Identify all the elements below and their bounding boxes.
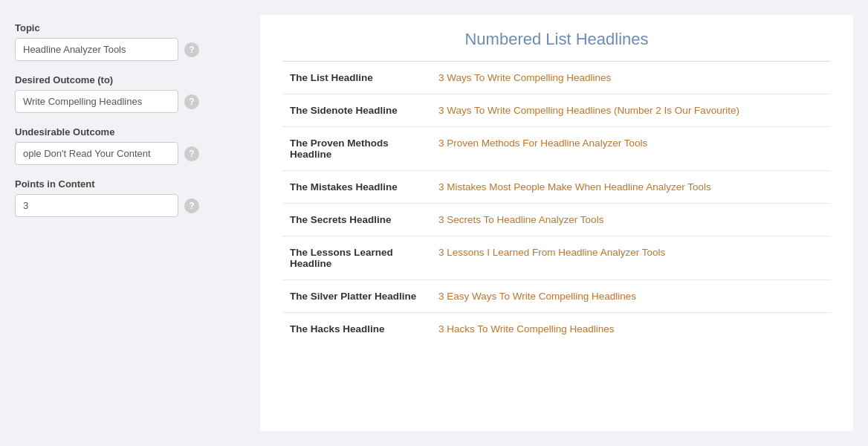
headline-type-cell: The Proven Methods Headline	[282, 127, 431, 171]
headline-value-cell[interactable]: 3 Easy Ways To Write Compelling Headline…	[431, 280, 831, 313]
undesirable-outcome-field-group: Undesirable Outcome ?	[15, 126, 238, 165]
table-row: The Lessons Learned Headline3 Lessons I …	[282, 236, 831, 280]
headline-type-cell: The Sidenote Headline	[282, 94, 431, 127]
table-row: The Secrets Headline3 Secrets To Headlin…	[282, 204, 831, 236]
desired-outcome-input[interactable]	[15, 90, 178, 113]
topic-label: Topic	[15, 22, 238, 33]
headline-value-cell[interactable]: 3 Proven Methods For Headline Analyzer T…	[431, 127, 831, 171]
headline-type-cell: The List Headline	[282, 62, 431, 94]
table-row: The Hacks Headline3 Hacks To Write Compe…	[282, 313, 831, 346]
undesirable-outcome-help-icon[interactable]: ?	[184, 146, 199, 161]
desired-outcome-help-icon[interactable]: ?	[184, 94, 199, 109]
points-label: Points in Content	[15, 178, 238, 190]
undesirable-outcome-input[interactable]	[15, 142, 178, 165]
page-title: Numbered List Headlines	[282, 30, 831, 49]
topic-field-group: Topic ?	[15, 22, 238, 61]
desired-outcome-label: Desired Outcome (to)	[15, 74, 238, 85]
headline-type-cell: The Mistakes Headline	[282, 171, 431, 204]
headline-value-cell[interactable]: 3 Ways To Write Compelling Headlines (Nu…	[431, 94, 831, 127]
headline-value-cell[interactable]: 3 Hacks To Write Compelling Headlines	[431, 313, 831, 346]
headlines-table: The List Headline3 Ways To Write Compell…	[282, 62, 831, 345]
headline-value-cell[interactable]: 3 Ways To Write Compelling Headlines	[431, 62, 831, 94]
headline-value-cell[interactable]: 3 Secrets To Headline Analyzer Tools	[431, 204, 831, 236]
table-row: The List Headline3 Ways To Write Compell…	[282, 62, 831, 94]
topic-help-icon[interactable]: ?	[184, 42, 199, 57]
headline-type-cell: The Lessons Learned Headline	[282, 236, 431, 280]
undesirable-outcome-field-row: ?	[15, 142, 238, 165]
desired-outcome-field-group: Desired Outcome (to) ?	[15, 74, 238, 113]
headline-type-cell: The Secrets Headline	[282, 204, 431, 236]
headline-value-cell[interactable]: 3 Lessons I Learned From Headline Analyz…	[431, 236, 831, 280]
headline-type-cell: The Hacks Headline	[282, 313, 431, 346]
table-row: The Proven Methods Headline3 Proven Meth…	[282, 127, 831, 171]
table-row: The Sidenote Headline3 Ways To Write Com…	[282, 94, 831, 127]
points-field-group: Points in Content ?	[15, 178, 238, 217]
desired-outcome-field-row: ?	[15, 90, 238, 113]
undesirable-outcome-label: Undesirable Outcome	[15, 126, 238, 138]
table-row: The Silver Platter Headline3 Easy Ways T…	[282, 280, 831, 313]
headline-type-cell: The Silver Platter Headline	[282, 280, 431, 313]
points-field-row: ?	[15, 194, 238, 217]
right-panel: Numbered List Headlines The List Headlin…	[260, 15, 853, 431]
table-row: The Mistakes Headline3 Mistakes Most Peo…	[282, 171, 831, 204]
left-panel: Topic ? Desired Outcome (to) ? Undesirab…	[15, 15, 238, 431]
topic-input[interactable]	[15, 38, 178, 61]
points-input[interactable]	[15, 194, 178, 217]
topic-field-row: ?	[15, 38, 238, 61]
points-help-icon[interactable]: ?	[184, 198, 199, 213]
headline-value-cell[interactable]: 3 Mistakes Most People Make When Headlin…	[431, 171, 831, 204]
page-container: Topic ? Desired Outcome (to) ? Undesirab…	[0, 0, 868, 446]
